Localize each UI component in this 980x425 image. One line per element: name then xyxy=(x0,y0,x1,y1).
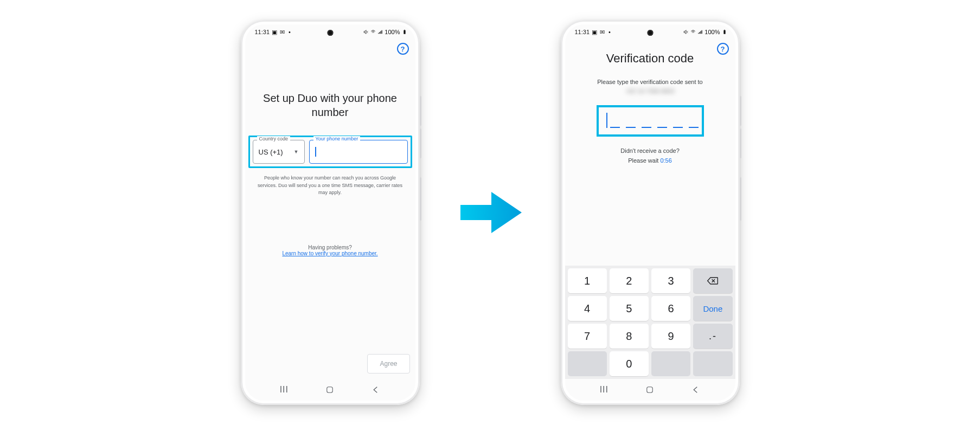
keypad-5[interactable]: 5 xyxy=(610,296,649,321)
keypad-9[interactable]: 9 xyxy=(651,324,690,349)
nav-bar: III xyxy=(565,379,735,401)
code-input-highlight xyxy=(597,105,704,137)
status-icon-message: ✉ xyxy=(599,29,605,35)
text-cursor xyxy=(315,147,316,157)
battery-text: 100% xyxy=(385,29,400,35)
svg-rect-0 xyxy=(403,30,405,34)
verification-subtitle: Please type the verification code sent t… xyxy=(584,78,717,95)
resend-prefix: Please wait xyxy=(628,157,660,164)
keypad-backspace[interactable] xyxy=(693,268,732,293)
country-code-label: Country code xyxy=(257,136,291,141)
keypad-3[interactable]: 3 xyxy=(651,268,690,293)
volume-up-button xyxy=(740,96,741,126)
numeric-keypad: 1 2 3 4 5 6 Done 7 8 9 .- 0 xyxy=(565,266,735,379)
keypad-2[interactable]: 2 xyxy=(610,268,649,293)
power-button xyxy=(420,177,421,221)
status-time: 11:31 xyxy=(575,29,590,35)
phone-number-field-wrap: Your phone number xyxy=(309,140,408,164)
keypad-done[interactable]: Done xyxy=(693,296,732,321)
svg-rect-2 xyxy=(327,387,333,393)
nav-bar: III xyxy=(245,379,415,401)
signal-icon xyxy=(697,29,703,35)
status-icon-more: • xyxy=(607,29,612,35)
backspace-icon xyxy=(707,276,719,285)
status-icon-notification: ▣ xyxy=(592,29,597,35)
app-body-setup: ? Set up Duo with your phone number Coun… xyxy=(245,40,415,379)
page-title: Verification code xyxy=(573,51,728,66)
keypad-4[interactable]: 4 xyxy=(568,296,607,321)
nav-back-button[interactable] xyxy=(690,384,702,396)
battery-text: 100% xyxy=(704,29,720,35)
phone-frame-right: 11:31 ▣ ✉ • 100% xyxy=(561,20,740,405)
signal-icon xyxy=(377,29,383,35)
subtitle-masked-number: +82 10-7389-8893 xyxy=(625,87,674,96)
svg-rect-4 xyxy=(724,30,725,30)
status-icon-notification: ▣ xyxy=(272,29,277,35)
problems-question: Having problems? xyxy=(253,244,408,250)
nav-home-button[interactable] xyxy=(324,384,336,396)
screen-left: 11:31 ▣ ✉ • 100% xyxy=(245,24,415,401)
country-code-field-wrap: Country code US (+1) ▼ xyxy=(253,140,305,164)
keypad-7[interactable]: 7 xyxy=(568,324,607,349)
battery-icon xyxy=(402,29,407,35)
nav-home-button[interactable] xyxy=(644,384,656,396)
keypad-symbol[interactable]: .- xyxy=(693,324,732,349)
wifi-icon xyxy=(690,29,696,35)
code-digit-slot xyxy=(642,127,651,128)
mute-icon xyxy=(683,29,689,35)
info-text: People who know your number can reach yo… xyxy=(257,175,403,197)
help-icon[interactable]: ? xyxy=(717,43,729,55)
code-digit-slot xyxy=(610,127,620,128)
subtitle-prefix: Please type the verification code sent t… xyxy=(597,79,702,85)
verify-help-link[interactable]: Learn how to verify your phone number. xyxy=(253,250,408,256)
keypad-1[interactable]: 1 xyxy=(568,268,607,293)
wifi-icon xyxy=(370,29,376,35)
country-code-value: US (+1) xyxy=(259,148,292,156)
phone-frame-left: 11:31 ▣ ✉ • 100% xyxy=(241,20,420,405)
nav-recent-button[interactable]: III xyxy=(278,384,290,396)
camera-hole xyxy=(647,30,653,36)
status-icon-more: • xyxy=(287,29,292,35)
problems-block: Having problems? Learn how to verify you… xyxy=(253,244,408,256)
keypad-6[interactable]: 6 xyxy=(651,296,690,321)
nav-recent-button[interactable]: III xyxy=(598,384,610,396)
page-title: Set up Duo with your phone number xyxy=(258,91,402,119)
svg-rect-3 xyxy=(723,30,725,34)
keypad-8[interactable]: 8 xyxy=(610,324,649,349)
text-cursor xyxy=(606,113,607,128)
resend-timer: 0:56 xyxy=(660,157,671,164)
code-digit-slot xyxy=(626,127,636,128)
code-digit-slot xyxy=(689,127,699,128)
svg-rect-5 xyxy=(647,387,653,393)
volume-down-button xyxy=(420,128,421,158)
camera-hole xyxy=(327,30,333,36)
battery-icon xyxy=(722,29,727,35)
phone-number-input[interactable] xyxy=(309,140,408,164)
keypad-blank xyxy=(568,351,607,376)
phone-number-label: Your phone number xyxy=(313,136,361,141)
power-button xyxy=(740,177,741,221)
keypad-blank xyxy=(693,351,732,376)
keypad-blank xyxy=(651,351,690,376)
code-digit-slot xyxy=(657,127,667,128)
keypad-0[interactable]: 0 xyxy=(610,351,649,376)
code-digit-slot xyxy=(673,127,683,128)
status-time: 11:31 xyxy=(255,29,270,35)
phone-input-row: Country code US (+1) ▼ Your phone number xyxy=(253,140,408,164)
mute-icon xyxy=(363,29,369,35)
nav-back-button[interactable] xyxy=(370,384,382,396)
svg-rect-1 xyxy=(404,30,405,30)
resend-block: Didn't receive a code? Please wait 0:56 xyxy=(573,146,728,165)
flow-arrow-icon xyxy=(458,185,523,240)
resend-question: Didn't receive a code? xyxy=(573,146,728,156)
screen-right: 11:31 ▣ ✉ • 100% xyxy=(565,24,735,401)
agree-button[interactable]: Agree xyxy=(367,354,409,374)
status-icon-message: ✉ xyxy=(279,29,285,35)
volume-down-button xyxy=(740,128,741,158)
verification-code-input[interactable] xyxy=(599,107,706,134)
country-code-dropdown[interactable]: US (+1) ▼ xyxy=(253,140,305,164)
help-icon[interactable]: ? xyxy=(397,43,409,55)
volume-up-button xyxy=(420,96,421,126)
chevron-down-icon: ▼ xyxy=(294,149,299,154)
